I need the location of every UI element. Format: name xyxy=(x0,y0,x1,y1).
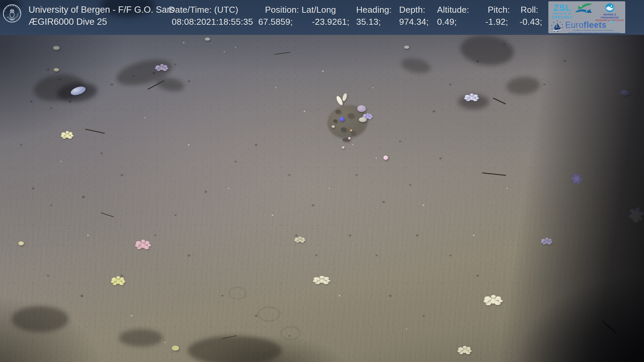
sediment-speck xyxy=(564,60,566,62)
orange-dot xyxy=(350,129,352,131)
violet-organism xyxy=(620,90,629,96)
heading-value: 35.13; xyxy=(356,17,381,27)
light-speck xyxy=(376,158,377,159)
mauve-anemone xyxy=(357,105,366,112)
datetime-value: 08:08:2021:18:55:35 xyxy=(172,17,253,27)
light-speck xyxy=(235,47,236,48)
yellow-sponge xyxy=(62,132,72,139)
stick-debris xyxy=(101,213,114,217)
sediment-speck xyxy=(476,275,479,277)
position-label: Position: Lat/Long xyxy=(265,5,336,15)
mound-debris xyxy=(347,113,354,118)
sediment-speck xyxy=(315,255,317,256)
telemetry-overlay-bar: UNIVERSITAS BERGENSIS University of Berg… xyxy=(0,0,644,35)
sediment-speck xyxy=(153,72,155,74)
violet-tuft xyxy=(542,238,551,245)
shell-fragment xyxy=(342,146,344,148)
sediment-speck xyxy=(69,101,71,103)
sediment-speck xyxy=(356,174,358,176)
sediment-speck xyxy=(433,111,435,112)
sediment-speck xyxy=(409,184,411,186)
purple-organism xyxy=(156,65,167,71)
sediment-speck xyxy=(503,44,505,45)
white-violet-organism xyxy=(466,94,478,102)
sediment-speck xyxy=(121,174,123,176)
cream-sponge xyxy=(485,296,501,306)
eurofleets-logo: Eurofleets + An alliance of European mar… xyxy=(550,20,624,33)
cream-sponge xyxy=(315,277,329,285)
light-speck xyxy=(183,42,184,43)
mfri-name-line1: MARINE & FRESHWATER xyxy=(595,13,625,19)
pink-sponge xyxy=(137,240,149,250)
yellow-sponge-small xyxy=(18,241,24,245)
sediment-speck xyxy=(121,275,123,277)
light-speck xyxy=(144,117,146,118)
light-speck xyxy=(406,328,407,329)
seafloor-depression xyxy=(258,307,280,321)
stick-debris xyxy=(482,172,506,176)
logo-panel: ZSL INSTITUTE OF ZOOLOGY xyxy=(548,1,625,33)
light-speck xyxy=(352,144,354,145)
dark-sediment-patch xyxy=(400,56,432,76)
sediment-speck xyxy=(82,196,85,198)
altitude-value: 0.49; xyxy=(437,17,457,27)
datetime-label: Date/Time: (UTC) xyxy=(169,5,238,15)
sediment-speck xyxy=(416,235,418,236)
stick-debris xyxy=(85,129,105,134)
sediment-speck xyxy=(399,141,401,142)
cream-fragment xyxy=(205,38,210,41)
sediment-speck xyxy=(349,235,351,236)
sediment-speck xyxy=(288,174,290,176)
eurofleets-tagline: An alliance of European marine research … xyxy=(565,29,622,33)
rov-video-frame: UNIVERSITAS BERGENSIS University of Berg… xyxy=(0,0,644,362)
seal-bottom-text: BERGENSIS xyxy=(7,13,19,20)
eurofleets-ship-icon xyxy=(550,20,564,33)
sediment-speck xyxy=(32,188,34,189)
green-sponge xyxy=(172,346,179,351)
sediment-speck xyxy=(188,80,190,82)
cream-sponge xyxy=(459,347,470,355)
sediment-speck xyxy=(449,255,451,256)
shell-fragment xyxy=(332,125,335,128)
altitude-label: Altitude: xyxy=(437,5,469,15)
light-speck xyxy=(407,48,408,49)
latitude-value: 67.5859; xyxy=(258,17,293,27)
depth-label: Depth: xyxy=(399,5,425,15)
sediment-speck xyxy=(221,295,223,296)
mfri-fish-icon xyxy=(573,2,594,21)
eurofleets-plus: + xyxy=(610,18,614,26)
heading-label: Heading: xyxy=(356,5,392,15)
roll-value: -0.43; xyxy=(520,17,542,27)
sediment-speck xyxy=(154,235,156,236)
mound-debris xyxy=(335,110,341,113)
mound-debris xyxy=(341,127,346,131)
sediment-speck xyxy=(111,84,113,85)
dark-sediment-patch xyxy=(155,76,185,93)
sediment-speck xyxy=(188,255,190,256)
sediment-speck xyxy=(376,255,378,256)
blue-organism xyxy=(339,117,344,121)
university-of-bergen-seal: UNIVERSITAS BERGENSIS xyxy=(2,3,22,23)
vessel-title: University of Bergen - F/F G.O. Sars xyxy=(29,5,174,15)
seal-top-text: UNIVERSITAS xyxy=(3,4,21,13)
dark-sediment-patch xyxy=(459,33,515,68)
sediment-speck xyxy=(389,295,391,297)
sediment-speck xyxy=(235,161,237,162)
sediment-speck xyxy=(382,201,385,203)
light-speck xyxy=(322,70,324,72)
pitch-value: -1.92; xyxy=(485,17,508,27)
light-speck xyxy=(275,87,276,88)
zsl-title: ZSL xyxy=(551,3,573,12)
sediment-speck xyxy=(101,153,103,154)
cream-fragment xyxy=(404,46,409,49)
mfri-logo: MARINE & FRESHWATER RESEARCH INSTITUTE xyxy=(595,3,625,22)
svg-text:BERGENSIS: BERGENSIS xyxy=(7,13,19,20)
sediment-speck xyxy=(174,215,176,216)
seafloor-depression xyxy=(228,287,247,299)
dark-sediment-patch xyxy=(506,76,540,96)
light-speck xyxy=(188,144,190,145)
depth-value: 974.34; xyxy=(399,17,429,27)
light-speck xyxy=(228,188,229,189)
light-speck xyxy=(272,215,273,216)
sediment-speck xyxy=(50,107,52,109)
